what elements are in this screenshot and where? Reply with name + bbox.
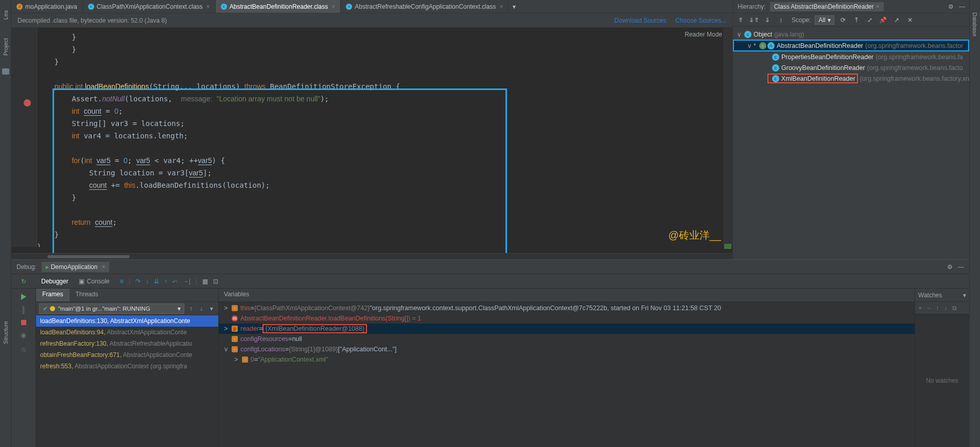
structure-tab[interactable]: Structure xyxy=(3,321,9,344)
export-icon[interactable]: ↗ xyxy=(892,15,901,25)
field-icon: ≡ xyxy=(232,336,238,342)
variable-row[interactable]: ≡configResources = null xyxy=(219,334,915,344)
close-icon[interactable]: × xyxy=(876,3,880,10)
scope-dropdown[interactable]: All ▾ xyxy=(815,15,834,25)
variable-row[interactable]: >≡this = {ClassPathXmlApplicationContext… xyxy=(219,303,915,313)
down-icon[interactable]: ↓ xyxy=(944,305,947,312)
app-icon: ▸ xyxy=(46,263,49,271)
minimap[interactable] xyxy=(723,28,732,247)
step-over-icon[interactable]: ↷ xyxy=(135,278,141,285)
hierarchy-node[interactable]: cGroovyBeanDefinitionReader(org.springfr… xyxy=(733,62,969,73)
stack-frame[interactable]: refresh:553, AbstractApplicationContext … xyxy=(36,361,218,372)
stack-frame[interactable]: obtainFreshBeanFactory:671, AbstractAppl… xyxy=(36,349,218,361)
rerun-icon[interactable]: ↻ xyxy=(21,278,26,285)
learn-tab[interactable]: Lea xyxy=(3,10,9,20)
choose-sources-link[interactable]: Choose Sources... xyxy=(675,17,726,24)
autoscroll-icon[interactable]: ⤒ xyxy=(852,15,861,25)
tab-label: ClassPathXmlApplicationContext.class xyxy=(97,3,203,10)
close-icon[interactable]: × xyxy=(499,3,503,10)
class-hier-icon[interactable]: ⇑ xyxy=(736,15,745,25)
threads-tab[interactable]: Threads xyxy=(69,289,104,301)
variable-row[interactable]: >preader = {XmlBeanDefinitionReader@1088… xyxy=(219,324,915,334)
code-content: } } } public int loadBeanDefinitions(Str… xyxy=(37,31,722,247)
tab-abstractrefreshable[interactable]: c AbstractRefreshableConfigApplicationCo… xyxy=(341,0,509,13)
evaluate-icon[interactable]: ▦ xyxy=(202,278,208,285)
super-hier-icon[interactable]: ⇓⇑ xyxy=(749,15,759,25)
tab-label: AbstractBeanDefinitionReader.class xyxy=(230,3,328,10)
stop-icon[interactable] xyxy=(21,320,26,325)
scope-label: Scope: xyxy=(792,16,811,24)
thread-dropdown[interactable]: ✔ "main"@1 in gr..."main": RUNNING ▾ xyxy=(39,303,184,314)
tab-label: AbstractRefreshableConfigApplicationCont… xyxy=(355,3,496,10)
override-icon[interactable] xyxy=(24,99,31,106)
variables-header: Variables xyxy=(219,289,915,302)
pin-icon[interactable]: 📌 xyxy=(879,15,888,25)
copy-icon[interactable]: ⧉ xyxy=(952,305,957,312)
database-tab[interactable]: Database xyxy=(972,12,978,37)
gear-icon[interactable]: ⚙ xyxy=(948,3,954,10)
minimize-icon[interactable]: — xyxy=(959,3,965,10)
close-icon[interactable]: × xyxy=(101,263,105,271)
variable-row[interactable]: >≡0 = "ApplicationContext.xml" xyxy=(219,354,915,365)
drop-frame-icon[interactable]: ⤺ xyxy=(172,278,178,285)
down-arrow-icon[interactable]: ↓ xyxy=(198,305,205,312)
refresh-icon[interactable]: ⟳ xyxy=(838,15,848,25)
stack-frame[interactable]: loadBeanDefinitions:94, AbstractXmlAppli… xyxy=(36,327,218,338)
horizontal-scrollbar[interactable] xyxy=(11,253,732,259)
gear-icon[interactable]: ⚙ xyxy=(947,263,953,271)
step-out-icon[interactable]: ↑ xyxy=(164,278,167,285)
console-icon: ▣ xyxy=(79,278,84,285)
hierarchy-node[interactable]: vcObject(java.lang) xyxy=(733,29,969,40)
console-label: Console xyxy=(87,278,110,285)
stack-frame[interactable]: loadBeanDefinitions:130, AbstractXmlAppl… xyxy=(36,315,218,327)
close-icon[interactable]: ✕ xyxy=(905,15,915,25)
sort-icon[interactable]: ↕ xyxy=(776,15,785,25)
trace-icon[interactable]: ⊡ xyxy=(213,278,218,285)
up-icon[interactable]: ↑ xyxy=(936,305,939,312)
hierarchy-node[interactable]: v*cAAbstractBeanDefinitionReader(org.spr… xyxy=(733,40,969,51)
code-editor[interactable]: Reader Mode } } } public int loadBeanDef… xyxy=(11,28,732,253)
resume-icon[interactable] xyxy=(21,294,26,300)
tab-label: moApplication.java xyxy=(25,3,77,10)
view-breakpoints-icon[interactable]: ◉ xyxy=(21,331,26,339)
mute-breakpoints-icon[interactable]: ⦸ xyxy=(22,345,26,353)
hierarchy-tab[interactable]: Class AbstractBeanDefinitionReader × xyxy=(770,2,884,11)
download-sources-link[interactable]: Download Sources xyxy=(615,17,667,24)
console-tab[interactable]: ▣ Console xyxy=(74,276,115,287)
tab-moapp[interactable]: J moApplication.java xyxy=(11,0,83,13)
class-icon: A xyxy=(767,42,775,49)
run-to-cursor-icon[interactable]: →| xyxy=(183,278,190,285)
watermark: @砖业洋__ xyxy=(668,228,721,242)
up-arrow-icon[interactable]: ↑ xyxy=(187,305,195,312)
chevron-down-icon[interactable]: ▾ xyxy=(963,292,966,299)
stack-frame[interactable]: refreshBeanFactory:130, AbstractRefresha… xyxy=(36,338,218,349)
hierarchy-toolbar: ⇑ ⇓⇑ ⇓ ↕ Scope: All ▾ ⟳ ⤒ ⤢ 📌 ↗ ✕ xyxy=(733,13,969,27)
force-step-into-icon[interactable]: ⇊ xyxy=(154,278,159,285)
class-icon: c xyxy=(772,75,779,82)
run-config-tab[interactable]: ▸ DemoApplication × xyxy=(42,262,110,272)
add-watch-icon[interactable]: + xyxy=(918,305,922,312)
tab-abstractbeanreader[interactable]: c AbstractBeanDefinitionReader.class × xyxy=(216,0,341,13)
hierarchy-node[interactable]: cPropertiesBeanDefinitionReader(org.spri… xyxy=(733,51,969,62)
expand-icon[interactable]: ⤢ xyxy=(865,15,874,25)
pause-icon[interactable]: ║ xyxy=(21,306,26,314)
close-icon[interactable]: × xyxy=(206,3,210,10)
variable-row[interactable]: v≡configLocations = {String[1]@1089} ["A… xyxy=(219,344,915,354)
class-icon: c xyxy=(346,4,352,10)
tab-classpathxml[interactable]: c ClassPathXmlApplicationContext.class × xyxy=(83,0,216,13)
minimize-icon[interactable]: — xyxy=(958,263,964,271)
sub-hier-icon[interactable]: ⇓ xyxy=(763,15,772,25)
project-tab[interactable]: Project xyxy=(3,38,9,56)
variable-row[interactable]: mAbstractBeanDefinitionReader.loadBeanDe… xyxy=(219,313,915,324)
show-exec-icon[interactable]: ≡ xyxy=(120,278,124,285)
step-into-icon[interactable]: ↓ xyxy=(146,278,149,285)
hierarchy-node[interactable]: cXmlBeanDefinitionReader(org.springframe… xyxy=(733,73,969,84)
filter-icon[interactable]: ▾ xyxy=(208,305,215,312)
frames-tab[interactable]: Frames xyxy=(36,289,69,301)
more-tabs-icon[interactable]: ▾ xyxy=(509,0,520,13)
close-icon[interactable]: × xyxy=(331,3,335,10)
debugger-tab[interactable]: Debugger xyxy=(36,276,74,287)
remove-watch-icon[interactable]: − xyxy=(927,305,931,312)
thread-status-icon xyxy=(50,306,55,311)
thread-label: "main"@1 in gr..."main": RUNNING xyxy=(58,306,178,312)
